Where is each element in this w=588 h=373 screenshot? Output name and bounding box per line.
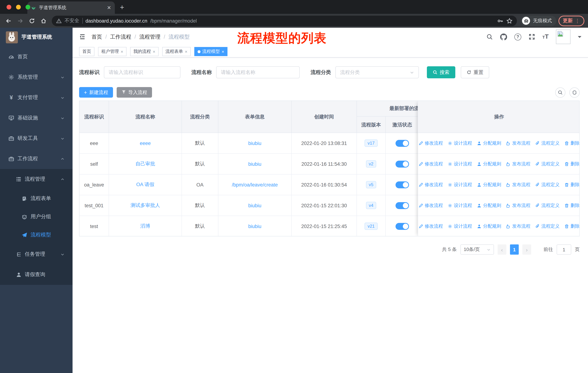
close-icon[interactable]: × bbox=[185, 49, 187, 54]
modify-process-link[interactable]: 修改流程 bbox=[419, 202, 443, 209]
url-path[interactable]: /bpm/manager/model bbox=[150, 18, 197, 23]
tag-tenant[interactable]: 租户管理× bbox=[98, 47, 126, 56]
sidebar-item-task-management[interactable]: 任务管理 bbox=[0, 244, 73, 264]
activation-toggle[interactable] bbox=[396, 140, 409, 147]
design-process-link[interactable]: 设计流程 bbox=[448, 161, 472, 167]
breadcrumb-process-management[interactable]: 流程管理 bbox=[139, 33, 160, 40]
back-icon[interactable] bbox=[4, 16, 13, 26]
process-definition-link[interactable]: 流程定义 bbox=[535, 140, 560, 146]
assign-rule-link[interactable]: 分配规则 bbox=[477, 202, 501, 209]
sidebar-fold-icon[interactable] bbox=[79, 33, 86, 40]
help-icon[interactable]: ? bbox=[514, 33, 521, 40]
publish-process-link[interactable]: 发布流程 bbox=[506, 140, 530, 146]
assign-rule-link[interactable]: 分配规则 bbox=[477, 181, 501, 188]
zoom-window-button[interactable] bbox=[26, 5, 30, 10]
search-icon[interactable] bbox=[486, 33, 493, 40]
tag-process-model[interactable]: 流程模型× bbox=[194, 47, 228, 56]
goto-page-input[interactable] bbox=[557, 244, 571, 255]
process-name-link[interactable]: 滔博 bbox=[140, 223, 150, 230]
delete-process-link[interactable]: 删除 bbox=[564, 181, 580, 188]
security-warning-icon[interactable] bbox=[56, 18, 62, 23]
refresh-table-button[interactable] bbox=[569, 87, 580, 97]
fullscreen-icon[interactable] bbox=[529, 33, 535, 40]
process-definition-link[interactable]: 流程定义 bbox=[535, 181, 560, 188]
assign-rule-link[interactable]: 分配规则 bbox=[477, 223, 501, 229]
process-name-link[interactable]: eeee bbox=[140, 141, 151, 146]
reset-button[interactable]: 重置 bbox=[461, 66, 489, 78]
modify-process-link[interactable]: 修改流程 bbox=[419, 161, 443, 167]
font-size-icon[interactable]: TT bbox=[542, 33, 549, 40]
delete-process-link[interactable]: 删除 bbox=[564, 140, 580, 146]
avatar-caret-icon[interactable] bbox=[578, 36, 581, 40]
form-info-link[interactable]: biubiu bbox=[248, 161, 261, 167]
breadcrumb-home[interactable]: 首页 bbox=[92, 33, 102, 40]
sidebar-item-process-management[interactable]: 流程管理 bbox=[0, 169, 73, 189]
tag-my-process[interactable]: 我的流程× bbox=[130, 47, 158, 56]
import-process-button[interactable]: 导入流程 bbox=[117, 87, 152, 98]
reload-icon[interactable] bbox=[27, 16, 36, 26]
window-controls[interactable] bbox=[7, 5, 30, 10]
form-info-link[interactable]: biubiu bbox=[248, 141, 261, 146]
process-name-link[interactable]: 测试多审批人 bbox=[130, 202, 160, 209]
page-size-select[interactable]: 10条/页 bbox=[460, 244, 494, 255]
modify-process-link[interactable]: 修改流程 bbox=[419, 223, 443, 229]
publish-process-link[interactable]: 发布流程 bbox=[506, 181, 530, 188]
publish-process-link[interactable]: 发布流程 bbox=[506, 202, 530, 209]
search-button[interactable]: 搜索 bbox=[427, 66, 455, 78]
close-window-button[interactable] bbox=[7, 5, 11, 10]
publish-process-link[interactable]: 发布流程 bbox=[506, 223, 530, 229]
process-name-link[interactable]: OA 请假 bbox=[136, 181, 154, 188]
browser-tab[interactable]: 芋道管理系统 ✕ bbox=[27, 1, 115, 14]
sidebar-item-user-group[interactable]: 用户分组 bbox=[0, 208, 73, 226]
activation-toggle[interactable] bbox=[396, 161, 409, 167]
github-icon[interactable] bbox=[500, 33, 507, 40]
process-definition-link[interactable]: 流程定义 bbox=[535, 223, 560, 229]
delete-process-link[interactable]: 删除 bbox=[564, 161, 580, 167]
form-info-link[interactable]: /bpm/oa/leave/create bbox=[232, 182, 278, 187]
browser-menu-icon[interactable]: ⋮ bbox=[575, 18, 580, 24]
sidebar-item-process-model[interactable]: 流程模型 bbox=[0, 226, 73, 244]
pager-next-button[interactable]: › bbox=[522, 244, 531, 255]
assign-rule-link[interactable]: 分配规则 bbox=[477, 140, 501, 146]
process-name-input[interactable] bbox=[221, 70, 295, 75]
bookmark-star-icon[interactable] bbox=[506, 18, 513, 24]
design-process-link[interactable]: 设计流程 bbox=[448, 223, 472, 229]
category-select[interactable]: 流程分类 bbox=[335, 66, 419, 78]
modify-process-link[interactable]: 修改流程 bbox=[419, 181, 443, 188]
sidebar-item-payment[interactable]: ¥ 支付管理 bbox=[0, 87, 73, 108]
url-bar[interactable]: 不安全 dashboard.yudao.iocoder.cn/bpm/manag… bbox=[52, 15, 517, 26]
sidebar-item-process-form[interactable]: 流程表单 bbox=[0, 189, 73, 208]
home-icon[interactable] bbox=[39, 16, 48, 26]
publish-process-link[interactable]: 发布流程 bbox=[506, 161, 530, 167]
activation-toggle[interactable] bbox=[396, 223, 409, 230]
user-avatar[interactable] bbox=[556, 30, 570, 44]
close-icon[interactable]: × bbox=[222, 49, 224, 54]
breadcrumb-workflow[interactable]: 工作流程 bbox=[110, 33, 131, 40]
forward-icon[interactable] bbox=[15, 16, 25, 26]
pager-prev-button[interactable]: ‹ bbox=[498, 244, 506, 255]
delete-process-link[interactable]: 删除 bbox=[564, 223, 580, 229]
minimize-window-button[interactable] bbox=[16, 5, 21, 10]
close-icon[interactable]: × bbox=[121, 49, 123, 54]
pager-page-1[interactable]: 1 bbox=[510, 244, 519, 255]
new-tab-button[interactable]: + bbox=[120, 3, 124, 12]
form-info-link[interactable]: biubiu bbox=[248, 223, 261, 229]
process-name-link[interactable]: 自己审批 bbox=[136, 161, 155, 167]
sidebar-item-dev-tools[interactable]: 研发工具 bbox=[0, 128, 73, 149]
form-info-link[interactable]: biubiu bbox=[248, 203, 261, 208]
security-label[interactable]: 不安全 bbox=[64, 18, 79, 24]
design-process-link[interactable]: 设计流程 bbox=[448, 140, 472, 146]
browser-update-button[interactable]: 更新 ⋮ bbox=[558, 15, 584, 26]
tab-close-icon[interactable]: ✕ bbox=[107, 5, 111, 10]
password-key-icon[interactable] bbox=[497, 18, 504, 24]
sidebar-item-workflow[interactable]: 工作流程 bbox=[0, 149, 73, 169]
modify-process-link[interactable]: 修改流程 bbox=[419, 140, 443, 146]
sidebar-item-system[interactable]: 系统管理 bbox=[0, 67, 73, 87]
url-host[interactable]: dashboard.yudao.iocoder.cn bbox=[85, 18, 147, 23]
process-definition-link[interactable]: 流程定义 bbox=[535, 161, 560, 167]
create-process-button[interactable]: + 新建流程 bbox=[79, 87, 113, 98]
design-process-link[interactable]: 设计流程 bbox=[448, 202, 472, 209]
sidebar-item-infrastructure[interactable]: 基础设施 bbox=[0, 108, 73, 128]
activation-toggle[interactable] bbox=[396, 202, 409, 209]
process-key-input[interactable] bbox=[109, 70, 176, 75]
